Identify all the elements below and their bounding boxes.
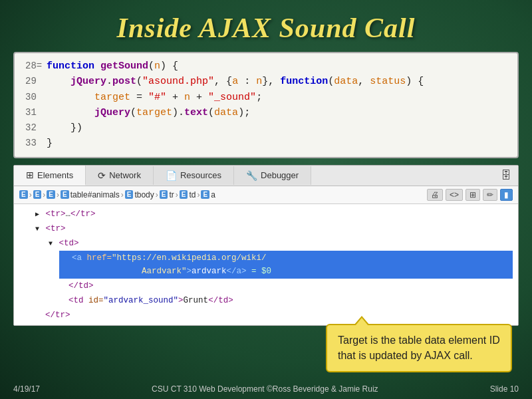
line-num-32: 32 — [25, 121, 47, 136]
code-line-33: 33 } — [25, 136, 507, 151]
bc-td: E td — [180, 190, 196, 200]
bc-tool-sidebar[interactable]: ▮ — [500, 189, 513, 201]
tri-2: ▼ — [35, 225, 39, 233]
bc-table-label: table#animals — [70, 190, 120, 200]
code-line-31: 31 jQuery(target).text(data); — [25, 105, 507, 120]
code-line-28: 28= function getSound(n) { — [25, 59, 507, 74]
bc-box-5: E — [125, 190, 134, 199]
bc-tool-edit[interactable]: ✏ — [483, 189, 497, 201]
footer-slide: Slide 10 — [490, 384, 519, 394]
code-line-29: 29 jQuery.post("asound.php", {a : n}, fu… — [25, 74, 507, 89]
dom-line-1[interactable]: ▶ <tr>…</tr> — [33, 207, 513, 221]
resources-icon: 📄 — [166, 170, 177, 181]
bc-e2: E — [33, 190, 42, 199]
breadcrumb: E › E › E › E table#animals › E tbody › … — [14, 186, 518, 204]
line-num-33: 33 — [25, 136, 47, 151]
bc-box-1: E — [19, 190, 28, 199]
code-line-30: 30 target = "#" + n + "_sound"; — [25, 90, 507, 105]
dom-tree: ▶ <tr>…</tr> ▼ <tr> ▼ <td> <a href="http… — [14, 204, 518, 325]
bc-e1: E — [19, 190, 28, 199]
dom-line-7[interactable]: </tr> — [33, 308, 513, 323]
bc-td-label: td — [189, 190, 196, 200]
bc-tr: E tr — [160, 190, 174, 200]
bc-table: E table#animals — [61, 190, 120, 200]
bc-tbody-label: tbody — [134, 190, 154, 200]
tab-resources-label: Resources — [180, 170, 221, 180]
tab-debugger[interactable]: 🔧 Debugger — [234, 166, 311, 185]
bc-e3: E — [47, 190, 55, 199]
dom-line-4-selected[interactable]: <a href="https://en.wikipedia.org/wiki/ … — [59, 251, 513, 279]
bc-tool-inspect[interactable]: <> — [446, 189, 463, 201]
line-num-28: 28= — [25, 59, 47, 74]
tri-3: ▼ — [49, 240, 53, 247]
footer-date: 4/19/17 — [13, 384, 40, 394]
debugger-icon: 🔧 — [246, 170, 257, 181]
callout-box: Target is the table data element ID that… — [326, 324, 512, 372]
bc-tbody: E tbody — [125, 190, 154, 200]
bc-box-2: E — [33, 190, 42, 199]
tab-elements[interactable]: ⊞ Elements — [14, 166, 86, 186]
bc-tool-grid[interactable]: ⊞ — [466, 189, 480, 201]
devtools-panel: ⊞ Elements ⟳ Network 📄 Resources 🔧 Debug… — [13, 165, 519, 326]
bc-box-7: E — [180, 190, 188, 199]
elements-icon: ⊞ — [26, 170, 34, 180]
tab-debugger-label: Debugger — [261, 170, 299, 180]
slide-title: Inside AJAX Sound Call — [0, 0, 532, 52]
bc-a-label: a — [211, 190, 215, 200]
network-icon: ⟳ — [98, 170, 106, 181]
bc-box-4: E — [61, 190, 69, 199]
bc-tr-label: tr — [169, 190, 174, 200]
bc-tool-print[interactable]: 🖨 — [427, 189, 443, 201]
bc-a: E a — [201, 190, 215, 200]
dom-line-5[interactable]: </td> — [46, 279, 513, 293]
dom-line-3[interactable]: ▼ <td> — [46, 236, 513, 251]
tab-network[interactable]: ⟳ Network — [86, 166, 154, 185]
code-block: 28= function getSound(n) { 29 jQuery.pos… — [13, 52, 519, 158]
line-num-30: 30 — [25, 90, 47, 105]
footer-credit: CSU CT 310 Web Development ©Ross Beverid… — [152, 384, 378, 394]
bc-box-6: E — [160, 190, 168, 199]
tab-resources[interactable]: 📄 Resources — [154, 166, 234, 185]
tab-elements-label: Elements — [37, 170, 73, 180]
slide-footer: 4/19/17 CSU CT 310 Web Development ©Ross… — [0, 384, 532, 394]
devtools-tabs: ⊞ Elements ⟳ Network 📄 Resources 🔧 Debug… — [14, 166, 518, 186]
bc-box-3: E — [47, 190, 55, 199]
dom-line-2[interactable]: ▼ <tr> — [33, 221, 513, 236]
line-num-29: 29 — [25, 74, 47, 89]
code-line-32: 32 }) — [25, 120, 507, 136]
line-num-31: 31 — [25, 106, 47, 120]
tabs-more[interactable]: 🗄 — [494, 166, 518, 186]
bc-box-8: E — [201, 190, 209, 199]
breadcrumb-tools: 🖨 <> ⊞ ✏ ▮ — [427, 189, 513, 201]
tab-network-label: Network — [109, 170, 141, 180]
dom-line-6[interactable]: <td id="ardvark_sound">Grunt</td> — [46, 293, 513, 308]
tri-1: ▶ — [35, 211, 39, 218]
